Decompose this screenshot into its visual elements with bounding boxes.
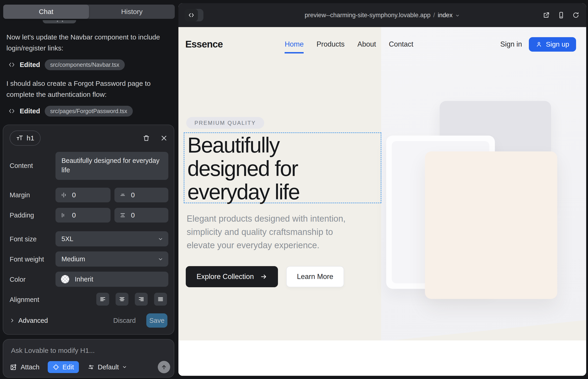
code-icon <box>8 108 15 114</box>
code-icon <box>8 61 15 68</box>
url-separator: / <box>433 12 435 19</box>
nav-link-home[interactable]: Home <box>285 40 304 53</box>
padding-horizontal-input[interactable]: 0 <box>56 208 110 222</box>
chat-composer: Attach Edit Default <box>3 339 174 378</box>
editor-header: h1 <box>10 130 167 146</box>
nav-link-about[interactable]: About <box>357 40 376 48</box>
advanced-toggle[interactable]: Advanced <box>10 317 48 324</box>
file-badge[interactable]: src/pages/ForgotPassword.tsx <box>45 106 133 117</box>
font-weight-value: Medium <box>62 255 85 263</box>
trash-icon[interactable] <box>143 134 150 142</box>
sign-up-button[interactable]: Sign up <box>529 37 576 52</box>
align-right-button[interactable] <box>135 293 148 306</box>
padding-horizontal-value: 0 <box>72 211 76 219</box>
h1-selection-outline[interactable]: Beautifully designed for everyday life <box>184 132 381 203</box>
preview-topbar: preview--charming-site-symphony.lovable.… <box>178 3 586 27</box>
site-navbar: Essence Home Products About Contact Sign… <box>178 27 586 62</box>
align-left-button[interactable] <box>96 293 109 306</box>
user-icon <box>536 41 542 47</box>
font-size-row: Font size 5XL <box>3 231 174 246</box>
hero-description: Elegant products designed with intention… <box>187 212 346 252</box>
edit-mode-button[interactable]: Edit <box>48 361 79 373</box>
mobile-icon[interactable] <box>558 12 565 19</box>
hero-description-line: elevate your everyday experience. <box>187 238 346 252</box>
tab-chat[interactable]: Chat <box>3 5 89 19</box>
hero-heading[interactable]: Beautifully designed for everyday life <box>187 134 299 204</box>
discard-button[interactable]: Discard <box>113 317 136 324</box>
external-link-icon[interactable] <box>542 12 550 19</box>
element-tag: h1 <box>27 134 34 142</box>
font-size-select[interactable]: 5XL <box>56 231 168 246</box>
align-justify-icon <box>157 296 164 302</box>
hero-description-line: Elegant products designed with intention… <box>187 212 346 225</box>
margin-label: Margin <box>10 191 30 199</box>
nav-link-contact[interactable]: Contact <box>389 40 414 48</box>
chevron-down-icon <box>122 364 127 370</box>
align-center-icon <box>119 296 125 302</box>
preview-host: preview--charming-site-symphony.lovable.… <box>305 12 431 19</box>
hero-heading-line: everyday life <box>187 180 299 204</box>
file-badge[interactable]: src/components/Navbar.tsx <box>45 59 125 70</box>
margin-horizontal-icon <box>61 192 67 198</box>
align-center-button[interactable] <box>116 293 128 306</box>
chevron-down-icon <box>158 256 163 262</box>
send-button[interactable] <box>158 361 170 373</box>
font-weight-row: Font weight Medium <box>3 252 174 267</box>
sign-up-label: Sign up <box>546 40 569 48</box>
content-label: Content <box>10 162 33 170</box>
padding-vertical-input[interactable]: 0 <box>114 208 168 222</box>
preview-url[interactable]: preview--charming-site-symphony.lovable.… <box>178 3 586 27</box>
assistant-message: I should also create a Forgot Password p… <box>6 78 165 100</box>
chevron-down-icon <box>455 13 460 18</box>
attach-button[interactable]: Attach <box>10 363 39 371</box>
explore-collection-label: Explore Collection <box>197 272 254 281</box>
send-arrow-icon <box>161 364 167 370</box>
font-weight-label: Font weight <box>10 255 44 263</box>
editor-footer: Advanced Discard Save <box>10 313 167 328</box>
chevron-right-icon <box>10 318 15 323</box>
hero-badge: PREMIUM QUALITY <box>186 117 264 129</box>
edited-file-row: Edited src/pages/ForgotPassword.tsx <box>8 106 133 116</box>
refresh-icon[interactable] <box>573 12 579 19</box>
edited-label: Edited <box>20 107 40 115</box>
margin-vertical-value: 0 <box>131 191 135 199</box>
edited-file-row: Edited src/components/Navbar.tsx <box>8 60 125 70</box>
learn-more-button[interactable]: Learn More <box>286 266 344 287</box>
align-justify-button[interactable] <box>154 293 167 306</box>
hero-heading-line: designed for <box>187 157 299 180</box>
margin-horizontal-value: 0 <box>72 191 76 199</box>
margin-vertical-input[interactable]: 0 <box>114 188 168 202</box>
chat-history-tabs: Chat History <box>3 5 175 19</box>
align-left-icon <box>100 296 106 302</box>
padding-label: Padding <box>10 211 34 219</box>
lovable-app: Chat History Now let's update the Navbar… <box>0 0 588 379</box>
tab-history[interactable]: History <box>89 5 175 19</box>
transparency-swatch <box>61 275 69 283</box>
padding-horizontal-icon <box>61 212 67 218</box>
save-button[interactable]: Save <box>146 313 167 328</box>
arrow-right-icon <box>260 273 267 280</box>
font-weight-select[interactable]: Medium <box>56 252 168 267</box>
mode-label: Default <box>98 363 119 371</box>
site-canvas: Essence Home Products About Contact Sign… <box>178 27 586 376</box>
color-select[interactable]: Inherit <box>56 272 168 287</box>
padding-vertical-icon <box>120 212 126 218</box>
mode-select[interactable]: Default <box>88 363 127 371</box>
edit-target-icon <box>53 364 59 370</box>
nav-link-products[interactable]: Products <box>316 40 344 48</box>
sliders-icon <box>88 364 94 371</box>
composer-input[interactable] <box>11 345 162 356</box>
alignment-label: Alignment <box>10 296 39 303</box>
typography-icon <box>16 134 23 142</box>
explore-collection-button[interactable]: Explore Collection <box>186 266 278 287</box>
site-nav-links: Home Products About Contact <box>285 40 413 48</box>
site-logo[interactable]: Essence <box>185 39 223 50</box>
close-icon[interactable] <box>160 135 167 142</box>
composer-toolbar: Attach Edit Default <box>10 361 170 374</box>
hero-description-line: simplicity and quality craftsmanship to <box>187 225 346 238</box>
element-editor-panel: h1 Content Beautifully designed for ever… <box>3 125 174 335</box>
margin-vertical-icon <box>120 192 126 198</box>
margin-horizontal-input[interactable]: 0 <box>56 188 110 202</box>
content-input[interactable]: Beautifully designed for everyday life <box>56 152 168 180</box>
sign-in-link[interactable]: Sign in <box>500 40 522 48</box>
